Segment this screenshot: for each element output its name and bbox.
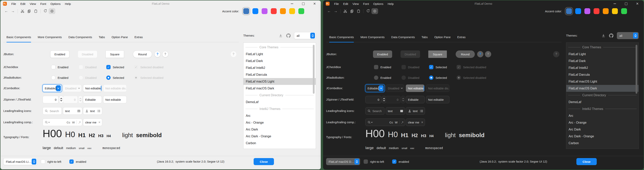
theme-item-flatlaf-light[interactable]: FlatLaf Light: [566, 51, 638, 58]
theme-item-arc[interactable]: Arc: [244, 112, 316, 119]
theme-item-cobalt-2[interactable]: Cobalt 2: [244, 146, 316, 149]
scrollbar-thumb[interactable]: [636, 45, 637, 94]
cut-icon[interactable]: [19, 8, 26, 14]
copy-icon[interactable]: [26, 8, 32, 14]
tab-more-components[interactable]: More Components: [38, 32, 62, 42]
theme-item-flatlaf-light[interactable]: FlatLaf Light: [244, 51, 316, 58]
close-button[interactable]: Close: [576, 158, 597, 165]
accent-swatch-4[interactable]: [594, 8, 600, 14]
theme-item-carbon[interactable]: Carbon: [244, 140, 316, 146]
menu-options[interactable]: Options: [371, 2, 386, 6]
button-enabled[interactable]: Enabled: [373, 51, 392, 58]
accent-swatch-7[interactable]: [621, 8, 627, 14]
regex-toggle[interactable]: .*: [401, 121, 403, 124]
menu-edit[interactable]: Edit: [341, 2, 350, 6]
list-icon[interactable]: [97, 109, 100, 113]
accent-swatch-5[interactable]: [603, 8, 609, 14]
lookandfeel-combobox[interactable]: FlatLaf macOS D…: [326, 158, 360, 165]
checkbox-enabled[interactable]: Enabled: [51, 63, 68, 71]
calendar-grid-icon[interactable]: [400, 109, 403, 113]
button-round[interactable]: Round: [133, 51, 152, 58]
maximize-button[interactable]: [302, 2, 304, 5]
whole-words-toggle[interactable]: W: [395, 121, 398, 124]
menu-options[interactable]: Options: [48, 2, 63, 6]
combobox-not-editable[interactable]: Not editable: [406, 85, 424, 92]
accent-swatch-1[interactable]: [243, 8, 249, 14]
themes-filter-combobox[interactable]: all: [294, 32, 316, 39]
radio-enabled[interactable]: Enabled: [51, 74, 68, 82]
combobox-arrows-button[interactable]: [424, 85, 424, 91]
refresh-icon[interactable]: [365, 8, 372, 14]
text-input-with-user[interactable]: text: [83, 107, 102, 115]
clear-me-input[interactable]: clear me ×: [83, 119, 102, 126]
show-details-eye-icon[interactable]: [49, 8, 55, 14]
radio-selected[interactable]: Selected: [106, 74, 124, 82]
menu-view[interactable]: View: [350, 2, 361, 6]
combobox-arrows-button[interactable]: [354, 159, 359, 164]
match-case-toggle[interactable]: Cc: [390, 121, 393, 124]
theme-item-arc-orange[interactable]: Arc - Orange: [566, 119, 638, 126]
theme-item-flatlaf-macos-dark[interactable]: FlatLaf macOS Dark: [566, 85, 638, 92]
calendar-grid-icon[interactable]: [77, 109, 80, 113]
copy-icon[interactable]: [348, 8, 355, 14]
help-button[interactable]: ?: [154, 51, 160, 57]
button-round[interactable]: Round: [456, 51, 475, 58]
theme-item-flatlaf-macos-dark[interactable]: FlatLaf macOS Dark: [244, 85, 316, 92]
combobox-arrow-button[interactable]: [56, 85, 61, 91]
menu-font[interactable]: Font: [361, 2, 371, 6]
list-icon[interactable]: [420, 109, 423, 113]
tab-basic-components[interactable]: Basic Components: [329, 32, 354, 42]
spinner-arrows[interactable]: [382, 96, 386, 103]
clear-icon[interactable]: ×: [421, 120, 423, 124]
lookandfeel-combobox[interactable]: FlatLaf macOS Li…: [3, 158, 37, 165]
enabled-checkbox[interactable]: ✓ enabled: [392, 158, 409, 165]
menu-view[interactable]: View: [28, 2, 38, 6]
theme-item-arc-orange[interactable]: Arc - Orange: [244, 119, 316, 126]
right-to-left-checkbox[interactable]: right-to-left: [41, 158, 61, 165]
combobox-editable[interactable]: Editable: [42, 85, 62, 92]
enabled-checkbox[interactable]: ✓ enabled: [69, 158, 86, 165]
combobox-arrows-button[interactable]: [32, 159, 36, 164]
menu-file[interactable]: File: [332, 2, 341, 6]
theme-item-arc-dark-orange[interactable]: Arc Dark - Orange: [566, 133, 638, 140]
github-icon[interactable]: [286, 34, 290, 38]
cut-icon[interactable]: [342, 8, 348, 14]
search-input-with-options[interactable]: Cc W .*: [42, 119, 82, 126]
refresh-icon[interactable]: [42, 8, 49, 14]
checkbox-enabled[interactable]: Enabled: [374, 63, 391, 71]
forward-icon[interactable]: →: [332, 8, 339, 14]
spinner-field[interactable]: 0: [366, 96, 382, 103]
accent-swatch-4[interactable]: [271, 8, 277, 14]
tab-extras[interactable]: Extras: [457, 32, 466, 42]
menu-help[interactable]: Help: [63, 2, 73, 6]
search-with-dropdown-icon[interactable]: [368, 121, 372, 124]
checkbox-selected[interactable]: ✓ Selected: [429, 63, 447, 71]
tab-basic-components[interactable]: Basic Components: [6, 32, 31, 42]
combobox-arrows-button[interactable]: [633, 33, 638, 39]
accent-swatch-1[interactable]: [566, 8, 572, 14]
spinner-arrows[interactable]: [59, 96, 63, 103]
button-square[interactable]: Square: [428, 51, 447, 58]
theme-item-cobalt-2[interactable]: Cobalt 2: [566, 146, 638, 149]
theme-item-arc-dark[interactable]: Arc Dark: [244, 126, 316, 133]
theme-item-arc-dark[interactable]: Arc Dark: [566, 126, 638, 133]
minimize-button[interactable]: [290, 2, 293, 5]
maximize-button[interactable]: [625, 2, 628, 5]
theme-item-flatlaf-dark[interactable]: FlatLaf Dark: [244, 58, 316, 64]
text-input-with-calendar[interactable]: text: [63, 107, 82, 115]
theme-item-flatlaf-darcula[interactable]: FlatLaf Darcula: [566, 71, 638, 78]
paste-icon[interactable]: [355, 8, 362, 14]
text-input-with-calendar[interactable]: text: [386, 107, 405, 115]
accent-swatch-3[interactable]: [584, 8, 590, 14]
tab-tabs[interactable]: Tabs: [422, 32, 428, 42]
forward-icon[interactable]: →: [10, 8, 16, 14]
back-icon[interactable]: ←: [3, 8, 10, 14]
accent-swatch-2[interactable]: [252, 8, 258, 14]
textfield-editable[interactable]: Editable: [83, 96, 102, 103]
regex-toggle[interactable]: .*: [78, 121, 80, 124]
spinner-field[interactable]: 0: [42, 96, 58, 103]
theme-item-demolaf[interactable]: DemoLaf: [566, 99, 638, 105]
theme-item-flatlaf-darcula[interactable]: FlatLaf Darcula: [244, 71, 316, 78]
textfield-editable[interactable]: Editable: [406, 96, 424, 103]
match-case-toggle[interactable]: Cc: [67, 121, 70, 124]
